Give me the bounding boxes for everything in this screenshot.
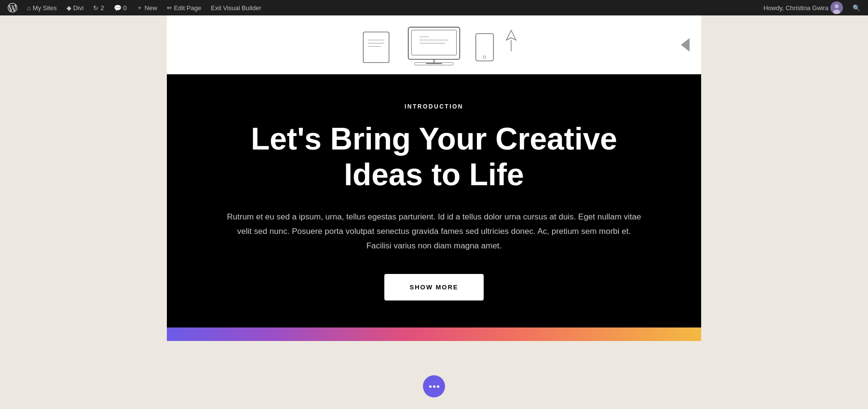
page-canvas: INTRODUCTION Let's Bring Your Creative I… [167,15,701,409]
illustration-content [167,15,701,74]
svg-rect-4 [411,30,456,55]
divi-icon: ◆ [67,4,71,12]
svg-rect-15 [476,34,494,61]
comments-menu[interactable]: 💬 0 [110,0,131,15]
greeting-text: Howdy, Christina Gwira [763,4,828,12]
user-greeting[interactable]: Howdy, Christina Gwira [760,0,847,15]
intro-section: INTRODUCTION Let's Bring Your Creative I… [167,74,701,327]
gradient-stripe [167,327,701,341]
wordpress-logo-button[interactable] [4,0,21,15]
dot-3 [437,385,439,388]
edit-page-button[interactable]: ✏ Edit Page [163,0,205,15]
left-background [0,15,167,409]
section-body: Rutrum et eu sed a ipsum, urna, tellus e… [227,210,641,253]
divi-label: Divi [73,4,84,12]
svg-rect-11 [363,32,389,62]
desk-svg [338,16,530,74]
my-sites-menu[interactable]: ⌂ My Sites [23,0,61,15]
comments-icon: 💬 [114,4,122,12]
svg-marker-17 [506,30,516,40]
exit-visual-builder-button[interactable]: Exit Visual Builder [207,0,265,15]
svg-point-16 [483,56,486,58]
search-icon: 🔍 [853,4,860,12]
right-background [701,15,868,409]
edit-icon: ✏ [167,4,172,12]
edit-page-label: Edit Page [174,4,201,12]
updates-count: 2 [100,4,104,12]
new-content-menu[interactable]: ＋ New [133,0,161,15]
admin-bar: ⌂ My Sites ◆ Divi ↻ 2 💬 0 ＋ New ✏ Edit P… [0,0,868,15]
admin-bar-right: Howdy, Christina Gwira 🔍 [760,0,864,15]
exit-vb-label: Exit Visual Builder [211,4,261,12]
plus-icon: ＋ [136,3,143,12]
divi-menu[interactable]: ◆ Divi [63,0,88,15]
dot-1 [429,385,432,388]
show-more-button[interactable]: SHOW MORE [384,274,483,300]
new-label: New [145,4,157,12]
my-sites-label: My Sites [33,4,57,12]
dot-2 [433,385,435,388]
nav-arrow-left[interactable] [681,38,690,52]
updates-menu[interactable]: ↻ 2 [89,0,108,15]
section-heading: Let's Bring Your Creative Ideas to Life [241,122,627,192]
home-icon: ⌂ [27,4,31,12]
user-avatar [830,1,843,14]
search-button[interactable]: 🔍 [849,0,864,15]
section-label: INTRODUCTION [405,103,463,110]
comments-count: 0 [123,4,127,12]
svg-point-1 [835,4,839,8]
floating-menu-button[interactable] [423,375,445,397]
updates-icon: ↻ [93,4,98,12]
top-illustration [167,15,701,74]
